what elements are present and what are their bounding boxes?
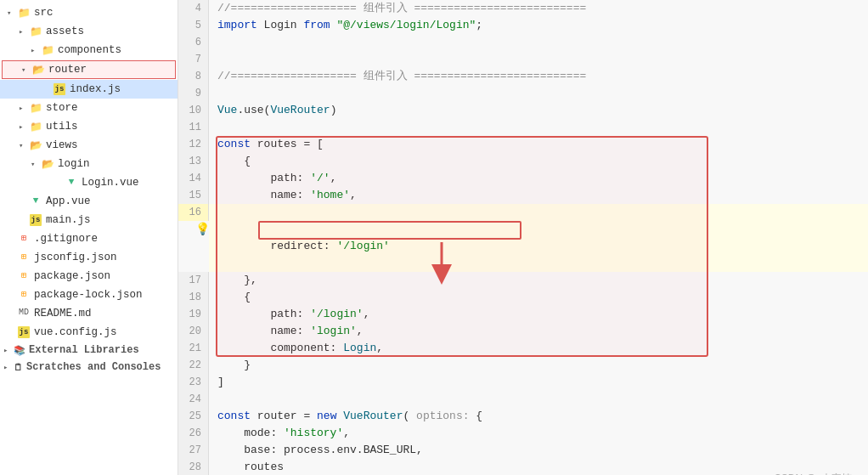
folder-icon-components: [41, 44, 54, 56]
code-line-13: 13 {: [178, 153, 868, 170]
sidebar-item-views[interactable]: views: [0, 136, 178, 155]
line-number: 8: [178, 68, 209, 85]
sidebar-item-gitignore[interactable]: ⊞ .gitignore: [0, 229, 178, 248]
code-line-26: 26 mode: 'history',: [178, 425, 868, 442]
line-number: 14: [178, 170, 209, 187]
sidebar-label-store: store: [46, 102, 78, 114]
sidebar-label-utils: utils: [46, 121, 78, 133]
folder-icon-login: [41, 158, 54, 170]
sidebar-item-mainjs[interactable]: js main.js: [0, 211, 178, 229]
arrow-views: [19, 141, 29, 150]
sidebar-item-login[interactable]: login: [0, 155, 178, 173]
line-number: 28: [178, 459, 209, 475]
line-number: 6: [178, 34, 209, 51]
bulb-icon: 💡: [195, 221, 210, 238]
code-line-27: 27 base: process.env.BASE_URL,: [178, 442, 868, 459]
line-number: 26: [178, 425, 209, 442]
sidebar-label-views: views: [46, 139, 78, 151]
line-number: 16: [178, 204, 209, 221]
sidebar-label-appvue: App.vue: [46, 195, 91, 207]
sidebar-section-scratches[interactable]: 🗒 Scratches and Consoles: [0, 359, 178, 376]
sidebar-item-components[interactable]: components: [0, 41, 178, 59]
line-number: 4: [178, 0, 209, 17]
code-line-25: 25 const router = new VueRouter( options…: [178, 408, 868, 425]
code-line-10: 10 Vue.use(VueRouter): [178, 102, 868, 119]
code-line-5: 5 import Login from "@/views/login/Login…: [178, 17, 868, 34]
line-content: 💡 redirect: '/login': [209, 204, 868, 272]
code-line-17: 17 },: [178, 272, 868, 289]
line-content: const routes = [: [209, 136, 868, 153]
line-number: 5: [178, 17, 209, 34]
arrow-components: [31, 46, 41, 55]
line-content: Vue.use(VueRouter): [209, 102, 868, 119]
line-number: 21: [178, 340, 209, 357]
sidebar-label-scratches: Scratches and Consoles: [26, 361, 161, 373]
folder-icon-router: [31, 64, 45, 76]
sidebar-label-jsconfig: jsconfig.json: [34, 252, 117, 263]
vue-icon-loginvue: ▼: [65, 177, 78, 189]
watermark: CSDN @_木字楠_: [774, 472, 858, 475]
sidebar-label-mainjs: main.js: [46, 214, 91, 226]
line-number: 9: [178, 85, 209, 102]
code-editor: 4 //=================== 组件引入 ===========…: [178, 0, 868, 475]
line-content: ]: [209, 374, 868, 391]
json-icon-packagejson: ⊞: [17, 270, 31, 282]
code-line-19: 19 path: '/login',: [178, 306, 868, 323]
arrow-assets: [19, 27, 29, 37]
sidebar-item-store[interactable]: store: [0, 99, 178, 117]
line-number: 18: [178, 289, 209, 306]
code-line-28: 28 routes: [178, 459, 868, 475]
git-icon-gitignore: ⊞: [17, 233, 31, 245]
line-number: 20: [178, 323, 209, 340]
sidebar-section-external[interactable]: 📚 External Libraries: [0, 342, 178, 359]
sidebar-item-packagejson[interactable]: ⊞ package.json: [0, 267, 178, 286]
line-content: import Login from "@/views/login/Login";: [209, 17, 868, 34]
sidebar-label-gitignore: .gitignore: [34, 233, 98, 245]
sidebar-item-vueconfig[interactable]: js vue.config.js: [0, 323, 178, 342]
sidebar-item-packagelock[interactable]: ⊞ package-lock.json: [0, 286, 178, 304]
line-content: path: '/login',: [209, 306, 868, 323]
sidebar-label-readme: README.md: [34, 308, 92, 319]
code-line-7: 7: [178, 51, 868, 68]
line-number: 11: [178, 119, 209, 136]
line-number: 22: [178, 357, 209, 374]
sidebar-item-assets[interactable]: assets: [0, 22, 178, 41]
sidebar-item-appvue[interactable]: ▼ App.vue: [0, 192, 178, 211]
js-icon-mainjs: js: [29, 214, 42, 226]
sidebar-label-external: External Libraries: [29, 344, 139, 356]
code-line-15: 15 name: 'home',: [178, 187, 868, 204]
folder-icon-store: [29, 102, 42, 114]
library-icon: 📚: [14, 345, 25, 356]
line-content: {: [209, 153, 868, 170]
code-line-8: 8 //=================== 组件引入 ===========…: [178, 68, 868, 85]
sidebar-item-jsconfig[interactable]: ⊞ jsconfig.json: [0, 248, 178, 267]
sidebar-item-router[interactable]: router: [2, 60, 176, 79]
sidebar-label-indexjs: index.js: [70, 83, 121, 95]
sidebar-label-login: login: [58, 158, 90, 170]
code-line-22: 22 }: [178, 357, 868, 374]
code-line-18: 18 {: [178, 289, 868, 306]
sidebar-item-readme[interactable]: MD README.md: [0, 304, 178, 323]
js-icon-vueconfig: js: [17, 326, 31, 338]
sidebar-label-components: components: [58, 44, 121, 56]
sidebar-label-packagelock: package-lock.json: [34, 289, 143, 301]
line-content: component: Login,: [209, 340, 868, 357]
scratches-icon: 🗒: [14, 362, 23, 373]
line-number: 7: [178, 51, 209, 68]
line-content: mode: 'history',: [209, 425, 868, 442]
line-number: 15: [178, 187, 209, 204]
folder-icon-utils: [29, 121, 42, 133]
sidebar-item-indexjs[interactable]: js index.js: [0, 80, 178, 99]
line-content: {: [209, 289, 868, 306]
line-content: path: '/',: [209, 170, 868, 187]
json-icon-jsconfig: ⊞: [17, 252, 31, 263]
sidebar-item-utils[interactable]: utils: [0, 117, 178, 136]
js-icon-indexjs: js: [53, 83, 66, 95]
sidebar-label-vueconfig: vue.config.js: [34, 326, 117, 338]
sidebar-item-src[interactable]: src: [0, 3, 178, 22]
code-line-23: 23 ]: [178, 374, 868, 391]
line-number: 23: [178, 374, 209, 391]
sidebar-item-loginvue[interactable]: ▼ Login.vue: [0, 173, 178, 192]
line-content: base: process.env.BASE_URL,: [209, 442, 868, 459]
line-number: 17: [178, 272, 209, 289]
